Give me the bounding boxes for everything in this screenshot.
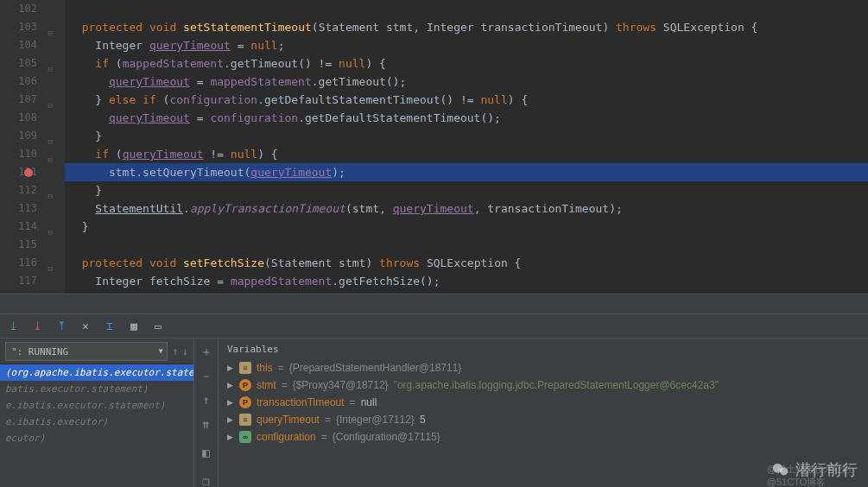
link-icon: ∞ <box>239 431 251 443</box>
frame-item[interactable]: e.ibatis.executor) <box>0 414 193 430</box>
gutter-line[interactable]: 117 <box>0 272 65 290</box>
expand-icon[interactable]: ▶ <box>227 364 234 372</box>
chevron-down-icon: ▼ <box>159 344 163 359</box>
variable-value: 5 <box>420 414 426 426</box>
variable-name: queryTimeout <box>257 414 320 426</box>
fold-open-icon[interactable]: ⊟ <box>46 97 53 104</box>
gutter-line[interactable]: 106 <box>0 73 65 91</box>
editor-gutter: 102103⊟104105⊟106107⊟108109⊟110⊟111112⊟1… <box>0 0 65 294</box>
upload-icon[interactable]: ⤒ <box>55 320 67 332</box>
gutter-line[interactable]: 104 <box>0 36 65 54</box>
variable-value: "org.apache.ibatis.logging.jdbc.Prepared… <box>394 379 719 391</box>
code-line[interactable]: protected void setStatementTimeout(State… <box>65 18 868 36</box>
param-icon: P <box>239 379 251 391</box>
watermark-sub: @稀土掘金技术社区@51CTO博客 <box>767 463 852 487</box>
frame-up-icon[interactable]: ↑ <box>173 345 179 357</box>
variable-value: {$Proxy347@18712} <box>293 379 389 391</box>
fold-open-icon[interactable]: ⊟ <box>46 60 53 67</box>
code-line[interactable]: } else if (configuration.getDefaultState… <box>65 91 868 109</box>
param-icon: P <box>239 396 251 408</box>
fold-close-icon[interactable]: ⊟ <box>46 187 53 194</box>
variable-value: null <box>361 396 377 408</box>
equals-icon: ≡ <box>239 414 251 426</box>
code-line[interactable]: Integer fetchSize = mappedStatement.getF… <box>65 272 868 290</box>
up2-icon[interactable]: ⇈ <box>200 418 212 430</box>
gutter-line[interactable]: 112⊟ <box>0 181 65 199</box>
disconnect-icon[interactable]: ✕ <box>79 320 92 332</box>
code-line[interactable]: stmt.setQueryTimeout(queryTimeout); <box>65 163 868 181</box>
gutter-line[interactable]: 102 <box>0 0 65 18</box>
breakpoint-icon[interactable] <box>24 168 33 177</box>
code-line[interactable]: Integer queryTimeout = null; <box>65 36 868 54</box>
code-line[interactable] <box>65 0 868 18</box>
variables-title: Variables <box>219 338 868 359</box>
code-line[interactable]: } <box>65 218 868 236</box>
editor-pane: 102103⊟104105⊟106107⊟108109⊟110⊟111112⊟1… <box>0 0 868 294</box>
thread-selector[interactable]: ": RUNNING ▼ <box>5 342 168 361</box>
gutter-line[interactable]: 105⊟ <box>0 54 65 73</box>
variable-name: stmt <box>257 379 276 391</box>
gutter-line[interactable]: 107⊟ <box>0 91 65 109</box>
code-line[interactable]: StatementUtil.applyTransactionTimeout(st… <box>65 199 868 218</box>
plus-icon[interactable]: ＋ <box>200 345 212 357</box>
frame-item[interactable]: batis.executor.statement) <box>0 381 193 397</box>
gutter-line[interactable]: 108 <box>0 109 65 127</box>
frame-item[interactable]: (org.apache.ibatis.executor.statement) <box>0 364 193 381</box>
variables-tree: ▶≡this = {PreparedStatementHandler@18711… <box>219 359 868 446</box>
frame-item[interactable]: ecutor) <box>0 430 193 446</box>
variable-name: transactionTimeout <box>257 396 345 408</box>
frames-panel: ": RUNNING ▼ ↑ ↓ (org.apache.ibatis.exec… <box>0 338 194 487</box>
expand-icon[interactable]: ▶ <box>227 433 234 441</box>
table-icon[interactable]: ▦ <box>128 320 140 332</box>
fold-open-icon[interactable]: ⊟ <box>46 151 53 158</box>
fold-open-icon[interactable]: ⊟ <box>46 260 53 267</box>
code-line[interactable]: protected void setFetchSize(Statement st… <box>65 254 868 272</box>
equals-icon: ≡ <box>239 362 251 374</box>
code-line[interactable]: } <box>65 127 868 145</box>
cursor-text-icon[interactable]: ⌶ <box>104 320 116 332</box>
gutter-line[interactable]: 113 <box>0 199 65 218</box>
code-line[interactable]: queryTimeout = mappedStatement.getTimeou… <box>65 73 868 91</box>
debugger-pane: ": RUNNING ▼ ↑ ↓ (org.apache.ibatis.exec… <box>0 338 868 487</box>
up-icon[interactable]: ↑ <box>200 394 212 406</box>
frame-down-icon[interactable]: ↓ <box>182 345 188 357</box>
copy-icon[interactable]: ❐ <box>200 475 212 487</box>
gutter-line[interactable]: 109⊟ <box>0 127 65 145</box>
fold-close-icon[interactable]: ⊟ <box>46 224 53 231</box>
gutter-line[interactable]: 114⊟ <box>0 218 65 236</box>
frame-item[interactable]: e.ibatis.executor.statement) <box>0 397 193 414</box>
variable-row[interactable]: ▶≡queryTimeout = {Integer@17112} 5 <box>224 411 863 428</box>
code-area[interactable]: protected void setStatementTimeout(State… <box>65 0 868 294</box>
debug-side-toolbar: ＋－↑⇈◧❐ <box>194 338 219 487</box>
variable-value: {Configuration@17115} <box>333 431 440 443</box>
gutter-line[interactable]: 116⊟ <box>0 254 65 272</box>
fold-close-icon[interactable]: ⊟ <box>46 133 53 140</box>
gutter-line[interactable]: 103⊟ <box>0 18 65 36</box>
code-line[interactable] <box>65 236 868 254</box>
code-line[interactable]: if (mappedStatement.getTimeout() != null… <box>65 54 868 73</box>
variable-row[interactable]: ▶PtransactionTimeout = null <box>224 394 863 411</box>
minus-icon[interactable]: － <box>200 370 212 382</box>
variable-row[interactable]: ▶Pstmt = {$Proxy347@18712} "org.apache.i… <box>224 376 863 394</box>
code-line[interactable]: if (queryTimeout != null) { <box>65 145 868 163</box>
pane-divider[interactable] <box>0 294 868 314</box>
gutter-line[interactable]: 110⊟ <box>0 145 65 163</box>
frame-list: (org.apache.ibatis.executor.statement)ba… <box>0 364 193 446</box>
expand-icon[interactable]: ▶ <box>227 415 234 424</box>
code-line[interactable]: } <box>65 181 868 199</box>
expand-icon[interactable]: ▶ <box>227 381 234 389</box>
variable-row[interactable]: ▶≡this = {PreparedStatementHandler@18711… <box>224 359 863 376</box>
gutter-line[interactable]: 115 <box>0 236 65 254</box>
gutter-line[interactable]: 111 <box>0 163 65 181</box>
expand-icon[interactable]: ▶ <box>227 398 234 407</box>
code-line[interactable]: queryTimeout = configuration.getDefaultS… <box>65 109 868 127</box>
frames-header: ": RUNNING ▼ ↑ ↓ <box>0 338 193 364</box>
download-in-icon[interactable]: ⤓ <box>7 320 19 332</box>
download-out-icon[interactable]: ⤓ <box>31 320 43 332</box>
variable-name: configuration <box>257 431 316 443</box>
fold-open-icon[interactable]: ⊟ <box>46 24 53 31</box>
variable-value: {Integer@17112} <box>336 414 415 426</box>
variable-row[interactable]: ▶∞configuration = {Configuration@17115} <box>224 428 863 446</box>
bookmark-icon[interactable]: ◧ <box>200 446 212 459</box>
grid-off-icon[interactable]: ▭ <box>152 320 164 332</box>
